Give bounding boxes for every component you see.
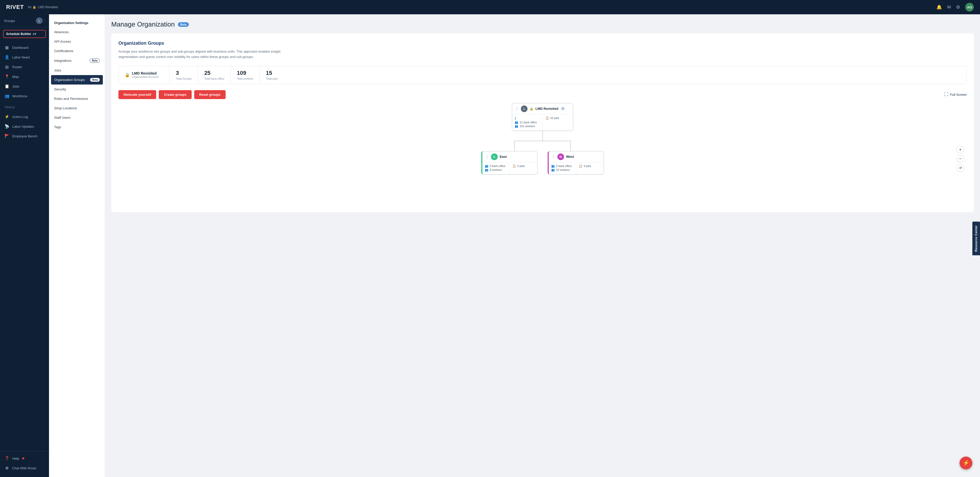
settings-item-absences[interactable]: Absences [49,27,105,37]
settings-item-label: Security [54,87,66,91]
fullscreen-label: Full Screen [950,93,967,97]
zoom-in-button[interactable]: + [956,146,964,153]
node-back-office-row: 👥 11 back office [515,121,540,124]
sidebar-item-labor-need[interactable]: 👤 Labor Need [0,53,49,62]
node-body-west: 👥 0 back office 👥 15 workers [549,163,604,174]
node-back-office-east: 0 back office [490,164,506,168]
settings-item-label: Integrations [54,59,72,62]
groups-label: Groups [4,19,15,23]
jobs-icon-east: 📋 [512,164,516,168]
node-body-east: 👥 0 back office 👥 8 workers [482,163,537,174]
page-title: Manage Organization [111,21,175,28]
sidebar-item-chat-rosie[interactable]: ✿ Chat With Rosie [0,463,49,473]
roster-icon: ▤ [5,65,9,69]
node-workers-row: 👥 101 workers [515,124,540,128]
node-workers-value: 101 workers [520,124,535,128]
sidebar-item-jobs[interactable]: 📋 Jobs [0,81,49,91]
zoom-controls: + − ↺ [956,146,964,172]
zoom-reset-button[interactable]: ↺ [956,164,964,172]
node-name-west: West [566,155,574,159]
resource-center-tab[interactable]: Resource Center [972,222,980,255]
sidebar-item-label: Labor Updates [12,124,34,128]
lightning-fab-button[interactable]: ⚡ [959,456,972,469]
help-notification-dot [22,457,24,459]
sidebar-item-label: Help [12,456,19,460]
main-content: Manage Organization Beta Organization Gr… [105,14,980,477]
tools-section-label: TOOLS [0,103,49,110]
schedule-builder-label: Schedule Builder [6,32,31,36]
node-workers-west: 15 workers [556,168,570,171]
page-title-beta-badge: Beta [178,22,189,27]
groups-row[interactable]: Groups L › [4,18,45,24]
settings-item-shop-locations[interactable]: Shop Locations [49,104,105,113]
sidebar-item-label: Workforce [12,94,27,98]
notifications-button[interactable]: 🔔 [936,4,942,10]
sidebar-item-label: Employee Bench [12,134,37,138]
stat-jobs-label: Total jobs [266,77,278,80]
sidebar-item-labor-updates[interactable]: 📡 Labor Updates [0,121,49,131]
workers-icon-west: 👥 [551,168,555,172]
sidebar-item-roster[interactable]: ▤ Roster [0,62,49,72]
workers-icon: 👥 [515,124,518,128]
jobs-icon: 📋 [546,116,549,120]
node-name-east: East [500,155,507,159]
org-tree: ⋮ L 🔒 LMD Revisited 2 ℹ [118,103,967,174]
reset-groups-button[interactable]: Reset groups [194,90,226,99]
app-body: Groups L › Schedule Builder ≡+ ▦ Dashboa… [0,14,980,477]
settings-button[interactable]: ⚙ [956,4,960,10]
fullscreen-button[interactable]: ⛶ Full Screen [944,92,967,97]
schedule-builder-button[interactable]: Schedule Builder ≡+ [3,30,46,38]
node-menu-button-root[interactable]: ⋮ [515,106,519,111]
settings-item-integrations[interactable]: Integrations Beta [49,56,105,65]
settings-item-label: API Access [54,40,71,43]
node-menu-button-east[interactable]: ⋮ [485,154,489,159]
settings-item-org-groups[interactable]: Organization Groups Beta [51,75,103,85]
sidebar-bottom: ❓ Help ✿ Chat With Rosie [0,451,49,473]
settings-menu: Organization Settings Absences API Acces… [49,14,105,477]
sidebar-item-map[interactable]: 📍 Map [0,72,49,81]
main-panel: Organization Groups Arrange your workfor… [111,34,974,212]
org-name-header: LMD Revisited [38,5,58,9]
settings-item-staff-users[interactable]: Staff Users [49,113,105,122]
sidebar-item-label: Labor Need [12,56,30,59]
node-workers-row-west: 👥 15 workers [551,168,573,172]
settings-item-jobs[interactable]: Jobs [49,65,105,75]
top-nav: RIVET for 🔒 LMD Revisited 🔔 ✉ ⚙ AO [0,0,980,14]
org-cell-text: LMD Revisited Organization Account [132,71,159,78]
sidebar-item-help[interactable]: ❓ Help [0,453,49,463]
relocate-yourself-button[interactable]: Relocate yourself [118,90,156,99]
action-log-icon: ⚡ [5,115,9,119]
settings-item-certifications[interactable]: Certifications [49,46,105,56]
settings-item-tags[interactable]: Tags [49,122,105,132]
node-stat-left-east: 👥 0 back office 👥 8 workers [482,163,510,174]
user-avatar[interactable]: AO [965,3,974,11]
sidebar-item-workforce[interactable]: 👥 Workforce [0,91,49,101]
lock-icon: 🔒 [32,5,36,9]
org-node-root: ⋮ L 🔒 LMD Revisited 2 ℹ [512,103,573,131]
node-menu-button-west[interactable]: ⋮ [551,154,555,159]
map-icon: 📍 [5,74,9,79]
back-office-icon: 👥 [515,121,518,124]
node-back-office-west: 0 back office [556,164,572,168]
settings-item-roles[interactable]: Roles and Permissions [49,94,105,104]
settings-item-label: Roles and Permissions [54,97,88,101]
node-header-east: ⋮ E East [482,152,537,163]
settings-item-api-access[interactable]: API Access [49,37,105,46]
sidebar-item-dashboard[interactable]: ▦ Dashboard [0,43,49,53]
node-stat-right-root: 📋 15 jobs [543,115,573,131]
zoom-out-button[interactable]: − [956,155,964,163]
sidebar-item-employee-bench[interactable]: 🚩 Employee Bench [0,131,49,141]
node-header-root: ⋮ L 🔒 LMD Revisited 2 [512,104,573,115]
create-groups-button[interactable]: Create groups [159,90,191,99]
mail-button[interactable]: ✉ [947,4,951,10]
settings-item-security[interactable]: Security [49,85,105,94]
sidebar-top: Groups L › [0,14,49,27]
top-nav-right: 🔔 ✉ ⚙ AO [936,3,974,11]
sidebar-item-action-log[interactable]: ⚡ Action Log [0,112,49,121]
stat-total-groups-label: Total Groups [176,77,192,80]
stat-org: 🔒 LMD Revisited Organization Account [119,66,170,84]
jobs-icon: 📋 [5,84,9,89]
node-jobs-west: 9 jobs [584,164,591,168]
section-description: Arrange your workforce into groups and s… [118,49,297,60]
labor-updates-icon: 📡 [5,124,9,129]
